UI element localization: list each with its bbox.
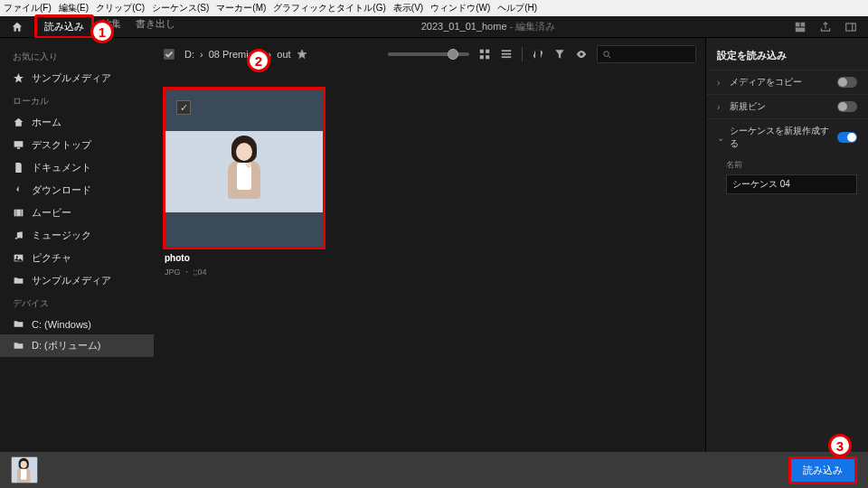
sidebar-item-sample-media-fav[interactable]: サンプルメディア [0,67,154,89]
filter-icon[interactable] [553,48,566,61]
svg-rect-1 [801,22,806,26]
tab-export[interactable]: 書き出し [128,14,183,39]
folder-icon [13,340,24,352]
menu-view[interactable]: 表示(V) [393,2,423,14]
chevron-down-icon: ⌄ [717,133,724,143]
svg-rect-13 [480,50,484,53]
sidebar-item-label: C: (Windows) [32,319,91,330]
svg-rect-2 [796,27,806,32]
list-view-icon[interactable] [500,48,513,61]
eye-icon[interactable] [575,48,588,61]
sort-icon[interactable] [532,48,544,61]
menu-window[interactable]: ウィンドウ(W) [430,2,490,14]
svg-rect-14 [486,50,489,53]
row-create-sequence[interactable]: ⌄ シーケンスを新規作成する [706,118,868,155]
sidebar-item-movies[interactable]: ムービー [0,202,154,224]
sidebar-item-pictures[interactable]: ピクチャ [0,247,154,269]
toggle-copy-media[interactable] [837,77,857,88]
footer-bar: 読み込み [0,452,868,488]
menu-marker[interactable]: マーカー(M) [216,2,266,14]
download-icon [13,184,24,196]
folder-icon [13,318,24,330]
svg-point-11 [16,256,18,258]
toggle-create-sequence[interactable] [837,132,857,143]
svg-point-9 [21,237,23,239]
grid-view-icon[interactable] [478,48,491,61]
breadcrumb[interactable]: D: › 08 Premiere › out [184,49,307,60]
sidebar-item-c-drive[interactable]: C: (Windows) [0,314,154,334]
toggle-new-bin[interactable] [837,101,857,112]
sidebar-item-label: サンプルメディア [32,71,111,85]
panel-title: 設定を読み込み [706,45,868,70]
sidebar-item-label: ムービー [32,206,71,220]
sidebar-item-label: サンプルメディア [32,274,111,287]
svg-rect-3 [846,23,856,30]
annotation-badge-2: 2 [247,49,270,72]
thumbnail-checkbox[interactable] [176,100,191,115]
footer-thumbnail[interactable] [11,456,38,483]
star-outline-icon[interactable] [297,49,307,60]
sidebar-item-label: ミュージック [32,229,91,242]
svg-rect-7 [14,210,24,217]
menu-file[interactable]: ファイル(F) [4,2,52,14]
sidebar-item-sample-media[interactable]: サンプルメディア [0,269,154,292]
share-icon[interactable] [819,21,832,33]
svg-rect-5 [14,141,24,147]
workspace-icon[interactable] [794,21,807,33]
sidebar-item-desktop[interactable]: デスクトップ [0,134,154,156]
sidebar-item-label: ダウンロード [32,183,91,197]
zoom-slider[interactable] [388,52,469,56]
picture-icon [13,252,24,264]
row-label: メディアをコピー [730,76,832,89]
tab-import[interactable]: 読み込み [34,14,94,39]
chevron-right-icon: › [200,49,203,60]
media-thumbnail[interactable]: photo JPG ・ ;;04 [163,87,326,278]
sidebar-item-d-drive[interactable]: D: (ボリューム) [0,334,154,357]
annotation-badge-1: 1 [90,20,114,43]
sidebar-item-label: ホーム [32,116,61,129]
breadcrumb-folder-2[interactable]: out [277,49,290,60]
sidebar-item-home[interactable]: ホーム [0,111,154,134]
svg-rect-6 [17,147,20,149]
breadcrumb-drive[interactable]: D: [184,49,194,60]
folder-icon [13,275,24,286]
svg-line-22 [609,55,610,57]
menu-graphics[interactable]: グラフィックとタイトル(G) [273,2,385,14]
project-title: 2023_01_01_home - 編集済み [193,20,783,33]
row-label: 新規ビン [730,100,832,113]
sidebar-favorites-head: お気に入り [0,45,154,67]
svg-rect-17 [502,50,512,52]
panel-icon[interactable] [844,21,857,33]
svg-point-21 [604,51,609,56]
select-all-checkbox[interactable] [163,48,175,61]
svg-rect-16 [486,55,489,59]
menu-edit[interactable]: 編集(E) [59,2,89,14]
import-button[interactable]: 読み込み [788,456,857,484]
chevron-right-icon: › [717,78,724,88]
home-icon[interactable] [11,21,24,33]
menu-help[interactable]: ヘルプ(H) [497,2,537,14]
movie-icon [13,207,24,219]
sidebar-item-documents[interactable]: ドキュメント [0,156,154,179]
sequence-name-label: 名前 [706,155,868,173]
sidebar-item-label: デスクトップ [32,138,91,152]
sequence-name-input[interactable]: シーケンス 04 [726,174,857,194]
search-input[interactable] [597,45,696,63]
sidebar-item-downloads[interactable]: ダウンロード [0,179,154,202]
menu-clip[interactable]: クリップ(C) [96,2,145,14]
thumbnail-meta: JPG ・ ;;04 [163,267,326,278]
sidebar-item-music[interactable]: ミュージック [0,224,154,247]
thumbnail-image [165,131,323,212]
home-icon [13,117,24,128]
sidebar-item-label: D: (ボリューム) [32,339,100,352]
search-icon [602,50,612,60]
svg-rect-19 [502,56,512,58]
menu-sequence[interactable]: シーケンス(S) [152,2,209,14]
document-icon [13,162,24,174]
content-toolbar: D: › 08 Premiere › out [154,38,705,70]
desktop-icon [13,139,24,151]
thumbnail-label: photo [163,249,326,267]
row-copy-media[interactable]: › メディアをコピー [706,70,868,94]
sidebar-item-label: ピクチャ [32,251,71,265]
row-new-bin[interactable]: › 新規ビン [706,94,868,118]
